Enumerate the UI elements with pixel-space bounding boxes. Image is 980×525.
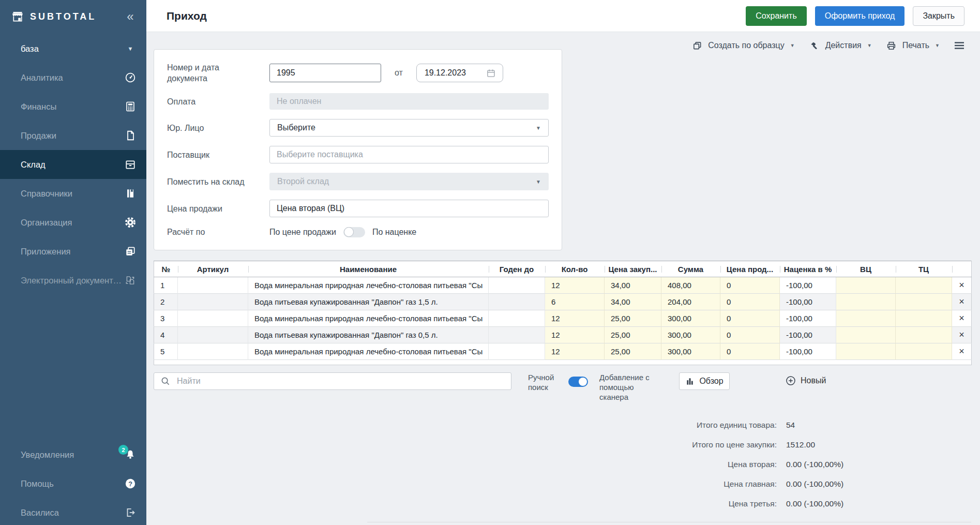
supplier-input[interactable] (269, 146, 549, 163)
cell-qty[interactable]: 12 (545, 343, 605, 360)
notification-badge: 2 (118, 445, 128, 455)
browse-label: Обзор (699, 377, 723, 386)
cell-sum[interactable]: 300,00 (661, 343, 720, 360)
cell-tc[interactable] (896, 294, 952, 310)
manual-search-toggle[interactable] (568, 377, 588, 387)
logo-row: SUBTOTAL « (0, 0, 146, 33)
delete-row-button[interactable]: × (952, 310, 972, 327)
cell-tc[interactable] (896, 277, 952, 294)
sidebar-item-0[interactable]: Уведомления2 (0, 440, 146, 469)
sidebar-item-6[interactable]: Организация (0, 208, 146, 237)
sidebar-item-2[interactable]: Василиса (0, 498, 146, 525)
delete-row-button[interactable]: × (952, 294, 972, 310)
chevron-down-icon: ▼ (536, 125, 541, 131)
cell-purchase_price[interactable]: 25,00 (605, 343, 661, 360)
actions-button[interactable]: Действия ▼ (808, 39, 872, 52)
cell-sum[interactable]: 300,00 (661, 327, 720, 343)
cell-markup: -100,00 (780, 294, 836, 310)
cell-vc[interactable] (836, 343, 896, 360)
delete-row-button[interactable]: × (952, 327, 972, 343)
new-item-button[interactable]: Новый (786, 376, 826, 386)
sidebar-item-3[interactable]: Продажи (0, 121, 146, 150)
cell-sale_price[interactable]: 0 (720, 310, 780, 327)
page-title: Приход (167, 10, 737, 22)
cell-purchase_price[interactable]: 34,00 (605, 277, 661, 294)
sidebar-item-4[interactable]: Склад (0, 150, 146, 179)
sidebar-item-2[interactable]: Финансы (0, 92, 146, 121)
cell-sale_price[interactable]: 0 (720, 294, 780, 310)
collapse-sidebar-icon[interactable]: « (124, 10, 137, 23)
sidebar-item-8[interactable]: Электронный документо... (0, 266, 146, 295)
search-box[interactable] (154, 372, 511, 390)
print-button[interactable]: Печать ▼ (885, 39, 940, 52)
cell-qty[interactable]: 12 (545, 310, 605, 327)
calendar-icon[interactable] (485, 67, 497, 79)
sidebar: SUBTOTAL « база▼АналитикаФинансыПродажиС… (0, 0, 146, 525)
form-row-calc-mode: Расчёт по По цене продажи По наценке (167, 227, 549, 237)
scanner-add-label: Добавление с помощью сканера (599, 372, 657, 402)
sidebar-item-label: Финансы (21, 102, 124, 112)
cell-tc[interactable] (896, 343, 952, 360)
cell-qty[interactable]: 12 (545, 327, 605, 343)
column-header: Наценка в % (780, 261, 836, 277)
table-header-row: №АртикулНаименованиеГоден доКол-воЦена з… (154, 261, 972, 277)
items-table-wrap: №АртикулНаименованиеГоден доКол-воЦена з… (154, 261, 971, 365)
cell-sum[interactable]: 300,00 (661, 310, 720, 327)
cell-sale_price[interactable]: 0 (720, 343, 780, 360)
create-from-template-button[interactable]: Создать по образцу ▼ (691, 39, 794, 52)
sidebar-item-1[interactable]: Аналитика (0, 63, 146, 92)
column-header: Цена закуп... (605, 261, 661, 277)
cell-sale_price[interactable]: 0 (720, 277, 780, 294)
cell-sum[interactable]: 408,00 (661, 277, 720, 294)
sidebar-item-7[interactable]: Приложения (0, 237, 146, 266)
calculator-icon (124, 100, 137, 113)
store-icon (11, 10, 24, 23)
cell-purchase_price[interactable]: 25,00 (605, 327, 661, 343)
column-header: ТЦ (896, 261, 952, 277)
delete-row-button[interactable]: × (952, 277, 972, 294)
warehouse-select: Второй склад ▼ (269, 173, 549, 190)
cell-vc[interactable] (836, 277, 896, 294)
sidebar-item-5[interactable]: Справочники (0, 179, 146, 208)
delete-row-button[interactable]: × (952, 343, 972, 360)
total-value: 0.00 (-100,00%) (786, 460, 864, 469)
browse-button[interactable]: Обзор (679, 372, 730, 390)
chevron-down-icon: ▼ (790, 43, 795, 48)
cell-sale_price[interactable]: 0 (720, 327, 780, 343)
cell-sum[interactable]: 204,00 (661, 294, 720, 310)
sidebar-item-0[interactable]: база▼ (0, 34, 146, 63)
cell-vc[interactable] (836, 327, 896, 343)
legal-entity-select[interactable]: Выберите ▼ (269, 119, 549, 137)
cell-article (178, 343, 248, 360)
column-header: № (154, 261, 178, 277)
gauge-icon (124, 71, 137, 84)
sale-price-input[interactable] (269, 200, 549, 217)
apps-icon (124, 245, 137, 258)
warehouse-label: Поместить на склад (167, 176, 269, 187)
cell-vc[interactable] (836, 310, 896, 327)
save-button[interactable]: Сохранить (746, 6, 807, 26)
cell-purchase_price[interactable]: 25,00 (605, 310, 661, 327)
cell-n: 4 (154, 327, 178, 343)
document-number-input[interactable] (269, 64, 381, 82)
cell-tc[interactable] (896, 327, 952, 343)
document-date-input[interactable]: 19.12.2023 (416, 64, 503, 82)
logout-icon (124, 506, 137, 519)
cell-qty[interactable]: 12 (545, 277, 605, 294)
cell-name: Вода минеральная природная лечебно-столо… (248, 277, 489, 294)
calc-mode-toggle[interactable] (343, 227, 365, 237)
close-button[interactable]: Закрыть (913, 6, 964, 26)
cell-qty[interactable]: 6 (545, 294, 605, 310)
search-input[interactable] (176, 376, 506, 386)
cell-n: 1 (154, 277, 178, 294)
total-value: 0.00 (-100,00%) (786, 479, 864, 489)
legal-entity-value: Выберите (277, 123, 315, 132)
cell-tc[interactable] (896, 310, 952, 327)
total-label: Итого единиц товара: (692, 421, 777, 430)
sidebar-item-1[interactable]: Помощь? (0, 469, 146, 498)
cell-vc[interactable] (836, 294, 896, 310)
column-header: Артикул (178, 261, 248, 277)
cell-purchase_price[interactable]: 34,00 (605, 294, 661, 310)
menu-button[interactable] (953, 39, 966, 52)
submit-receipt-button[interactable]: Оформить приход (815, 6, 905, 26)
